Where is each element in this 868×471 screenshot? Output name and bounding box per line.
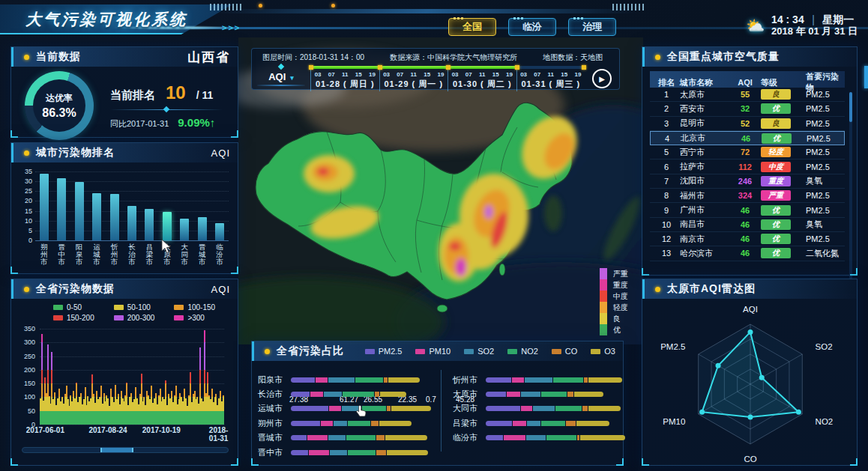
time-range-slider[interactable] [22,447,229,453]
share-row-长治市[interactable]: 长治市 [258,389,406,399]
table-row-拉萨市[interactable]: 6拉萨市112中度PM2.5 [650,159,845,174]
share-segment-CO [577,435,579,440]
tooltip-value: 0.7 [426,395,436,404]
cell-level: 优 [761,205,806,216]
timeline-day-01-30[interactable]: 030711151901-30 ( 周二 ) [447,66,516,91]
gridline [40,370,224,371]
table-row-沈阳市[interactable]: 7沈阳市246重度臭氧 [650,174,845,189]
share-segment-PM2.5 [291,392,310,397]
cell-aqi: 46 [729,206,761,215]
table-row-广州市[interactable]: 9广州市46优PM2.5 [650,203,845,217]
share-row-太原市[interactable]: 太原市 [453,389,603,399]
level-badge-中度: 中度 [761,162,791,172]
tab-临汾[interactable]: 临汾 [508,18,556,36]
share-city-label: 晋城市 [258,432,291,443]
tab-全国[interactable]: 全国 [448,18,496,36]
share-segment-PM10 [321,421,333,426]
band-legend-50-100[interactable]: 50-100 [114,303,155,312]
share-row-晋中市[interactable]: 晋中市 [258,447,428,458]
bar-阳泉市[interactable] [75,182,84,240]
share-segment-SO2 [526,435,546,440]
radar-vertex-PM2.5[interactable] [716,363,721,368]
timeline-day-01-29[interactable]: 030711151901-29 ( 周一 ) [379,66,448,91]
share-stacked-bar [291,392,406,397]
level-badge-优: 优 [761,234,791,244]
table-row-哈尔滨市[interactable]: 13哈尔滨市46优二氧化氮 [650,246,845,261]
band-legend-200-300[interactable]: 200-300 [114,314,155,322]
bar-大同市[interactable] [180,219,189,240]
bar-太原市[interactable] [163,212,172,240]
table-row-太原市[interactable]: 1太原市55良PM2.5 [650,88,845,102]
bar-吕梁市[interactable] [145,209,154,240]
pollutant-legend-PM2.5[interactable]: PM2.5 [365,347,403,356]
metric-dropdown[interactable]: AQI▾ [252,71,310,86]
table-row-西安市[interactable]: 2西安市32优PM2.5 [650,102,845,116]
share-segment-CO [566,421,576,426]
bar-晋城市[interactable] [198,217,207,240]
share-row-晋城市[interactable]: 晋城市 [258,433,427,443]
gridline [40,342,224,343]
bar-朔州市[interactable] [40,174,49,240]
pollutant-legend-SO2[interactable]: SO2 [464,347,494,356]
bar-忻州市[interactable] [110,194,119,240]
share-row-吕梁市[interactable]: 吕梁市 [453,418,609,428]
share-row-朔州市[interactable]: 朔州市 [258,418,412,428]
series-bar-segment [196,397,198,398]
share-row-忻州市[interactable]: 忻州市 [453,374,622,385]
bar-临汾市[interactable] [215,223,224,240]
share-row-大同市[interactable]: 大同市 [453,404,621,414]
radar-vertex-SO2[interactable] [759,375,765,380]
table-row-南京市[interactable]: 12南京市46优PM2.5 [650,232,845,246]
bar-长治市[interactable] [127,206,136,240]
pollutant-legend-O3[interactable]: O3 [591,347,615,356]
timeline-hour-ticks: 0307111519 [311,71,379,78]
timeline-day-label: 01-30 ( 周二 ) [448,79,516,90]
share-segment-CO [582,406,588,411]
band-legend-150-200[interactable]: 150-200 [53,314,94,322]
share-city-label: 吕梁市 [453,418,486,429]
share-segment-NO2 [348,450,376,455]
pollutant-legend-PM10[interactable]: PM10 [415,347,450,356]
pollutant-legend-CO[interactable]: CO [552,347,578,356]
cell-rank: 2 [653,104,680,113]
table-row-西宁市[interactable]: 5西宁市72轻度PM2.5 [650,145,845,159]
share-row-运城市[interactable]: 运城市 [258,404,431,414]
series-bar-segment [51,383,52,397]
play-button[interactable]: ▶ [592,69,612,88]
play-icon: ▶ [599,75,605,83]
slider-thumb[interactable] [100,448,133,452]
table-scrollbar[interactable] [849,92,852,279]
cell-level: 中度 [761,162,806,172]
series-bar-segment [207,372,208,383]
band-legend-100-150[interactable]: 100-150 [174,303,215,312]
radar-vertex-NO2[interactable] [796,410,801,415]
bar-运城市[interactable] [92,193,101,240]
series-bar[interactable] [223,395,224,425]
yoy-label: 同比2017-01-31 [110,118,169,130]
page-scrollbar[interactable] [864,66,868,88]
column-header-城市名称: 城市名称 [680,77,729,88]
radar-vertex-CO[interactable] [748,415,753,420]
tab-治理[interactable]: 治理 [568,18,616,36]
series-bar-segment [87,396,88,397]
share-segment-O3 [379,421,411,426]
band-legend-0-50[interactable]: 0-50 [53,303,94,312]
table-row-昆明市[interactable]: 3昆明市52良PM2.5 [650,117,845,131]
band-legend->300[interactable]: >300 [174,314,215,322]
series-bar-segment [73,391,74,397]
pollutant-legend-NO2[interactable]: NO2 [507,347,538,356]
table-row-南昌市[interactable]: 10南昌市46优臭氧 [650,218,845,232]
share-row-临汾市[interactable]: 临汾市 [453,433,625,443]
hour-tick: 11 [411,71,417,78]
table-row-福州市[interactable]: 8福州市324严重PM2.5 [650,189,845,203]
table-row-北京市[interactable]: 4北京市46优PM2.5 [650,131,845,145]
bar-晋中市[interactable] [57,178,66,240]
timeline-day-01-31[interactable]: 030711151901-31 ( 周三 ) [516,66,585,91]
header: 大气污染可视化系统 >>> 全国临汾治理 ⛅ 14 : 34 | 星期一 201… [0,0,868,42]
radar-vertex-AQI[interactable] [748,329,753,335]
timeline-day-01-28[interactable]: 030711151901-28 ( 周日 ) [310,66,379,91]
panel-title: 全省污染物数据 [36,282,115,296]
table-scrollbar-thumb[interactable] [849,92,852,122]
share-row-阳泉市[interactable]: 阳泉市 [258,374,420,385]
radar-vertex-PM10[interactable] [699,410,705,415]
